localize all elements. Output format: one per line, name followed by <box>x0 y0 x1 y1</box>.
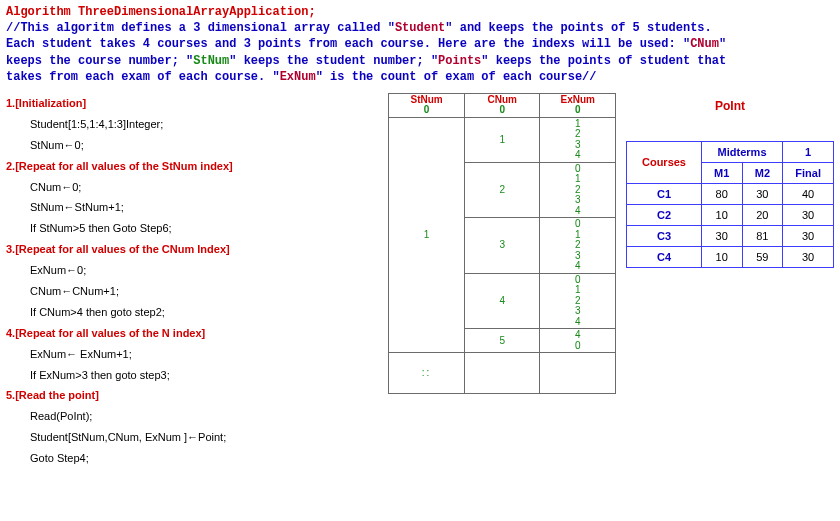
point-val: 30 <box>701 225 742 246</box>
trace-exnum-cell: 4 0 <box>540 329 616 353</box>
point-val: 30 <box>783 225 834 246</box>
point-val: 59 <box>742 246 783 267</box>
step-5-line: Read(PoInt); <box>30 406 382 427</box>
step-5-line: Student[StNum,CNum, ExNum ]←Point; <box>30 427 382 448</box>
trace-exnum-cell: 1 2 3 4 <box>540 117 616 162</box>
step-2-label: 2.[Repeat for all values of the StNum in… <box>6 156 382 177</box>
point-row: C1 80 30 40 <box>627 183 834 204</box>
kw-cnum: CNum <box>690 37 719 51</box>
point-course: C3 <box>627 225 702 246</box>
comment-text: " <box>719 37 726 51</box>
step-5-label: 5.[Read the point] <box>6 385 382 406</box>
point-course: C1 <box>627 183 702 204</box>
step-3-line: If CNum>4 then goto step2; <box>30 302 382 323</box>
step-1-label: 1.[Initialization] <box>6 93 382 114</box>
trace-column: StNum0 CNum0 ExNum0 1 1 1 2 3 4 <box>388 93 616 395</box>
step-1-line: StNum←0; <box>30 135 382 156</box>
point-val: 40 <box>783 183 834 204</box>
step-5-line: Goto Step4; <box>30 448 382 469</box>
trace-ex-val: 4 <box>575 150 581 161</box>
trace-ex-val: 4 <box>575 206 581 217</box>
step-2-line: CNum←0; <box>30 177 382 198</box>
point-title: PoInt <box>626 99 834 113</box>
step-2-line: If StNum>5 then Goto Step6; <box>30 218 382 239</box>
point-val: 81 <box>742 225 783 246</box>
point-val: 30 <box>742 183 783 204</box>
kw-stnum: StNum <box>193 54 229 68</box>
trace-ex-val: 4 <box>575 261 581 272</box>
step-4-label: 4.[Repeat for all values of the N index] <box>6 323 382 344</box>
comment-text: " and keeps the points of 5 students. <box>445 21 711 35</box>
point-val: 20 <box>742 204 783 225</box>
trace-exnum-cell: 0 1 2 3 4 <box>540 273 616 329</box>
step-2-line: StNum←StNum+1; <box>30 197 382 218</box>
point-val: 10 <box>701 204 742 225</box>
point-table: Courses Midterms 1 M1 M2 Final C1 80 30 … <box>626 141 834 268</box>
point-val: 30 <box>783 204 834 225</box>
kw-points: Points <box>438 54 481 68</box>
algorithm-header: Algorithm ThreeDimensionalArrayApplicati… <box>0 0 840 87</box>
trace-head-exnum: ExNum0 <box>540 93 616 117</box>
kw-student: Student <box>395 21 445 35</box>
step-3-label: 3.[Repeat for all values of the CNum Ind… <box>6 239 382 260</box>
trace-stnum-cell: 1 <box>389 117 465 353</box>
step-1-line: Student[1:5,1:4,1:3]Integer; <box>30 114 382 135</box>
trace-exnum-cell: 0 1 2 3 4 <box>540 218 616 274</box>
trace-cnum-cell: 2 <box>464 162 540 218</box>
point-row: C3 30 81 30 <box>627 225 834 246</box>
step-3-line: CNum←CNum+1; <box>30 281 382 302</box>
trace-cnum-cell: 1 <box>464 117 540 162</box>
trace-head-stnum: StNum0 <box>389 93 465 117</box>
trace-cnum-cell: 3 <box>464 218 540 274</box>
point-column: PoInt Courses Midterms 1 M1 M2 Final C1 … <box>626 93 834 268</box>
trace-table: StNum0 CNum0 ExNum0 1 1 1 2 3 4 <box>388 93 616 395</box>
point-head-m1: M1 <box>701 162 742 183</box>
steps-column: 1.[Initialization] Student[1:5,1:4,1:3]I… <box>6 93 382 469</box>
point-val: 80 <box>701 183 742 204</box>
comment-text: " keeps the points of student that <box>481 54 726 68</box>
trace-cnum-cell: 5 <box>464 329 540 353</box>
trace-ex-val: 4 <box>575 317 581 328</box>
comment-text: keeps the course number; " <box>6 54 193 68</box>
point-head-courses: Courses <box>627 141 702 183</box>
kw-exnum: ExNum <box>280 70 316 84</box>
comment-text: " keeps the student number; " <box>229 54 438 68</box>
algorithm-title: Algorithm ThreeDimensionalArrayApplicati… <box>6 4 834 20</box>
point-head-m2: M2 <box>742 162 783 183</box>
trace-dots: :: <box>389 353 465 394</box>
point-row: C2 10 20 30 <box>627 204 834 225</box>
comment-text: takes from each exam of each course. " <box>6 70 280 84</box>
point-val: 10 <box>701 246 742 267</box>
trace-exnum-cell: 0 1 2 3 4 <box>540 162 616 218</box>
comment-text: " is the count of exam of each course// <box>316 70 597 84</box>
comment-text: Each student takes 4 courses and 3 point… <box>6 37 690 51</box>
comment-text: //This algoritm defines a 3 dimensional … <box>6 21 395 35</box>
point-val: 30 <box>783 246 834 267</box>
trace-ex-val: 0 <box>575 341 581 352</box>
point-head-midterms: Midterms <box>701 141 782 162</box>
point-row: C4 10 59 30 <box>627 246 834 267</box>
trace-empty <box>540 353 616 394</box>
trace-cnum-cell: 4 <box>464 273 540 329</box>
step-3-line: ExNum←0; <box>30 260 382 281</box>
point-course: C2 <box>627 204 702 225</box>
trace-empty <box>464 353 540 394</box>
point-head-final: Final <box>783 162 834 183</box>
step-4-line: ExNum← ExNum+1; <box>30 344 382 365</box>
point-course: C4 <box>627 246 702 267</box>
step-4-line: If ExNum>3 then goto step3; <box>30 365 382 386</box>
point-head-one: 1 <box>783 141 834 162</box>
trace-head-cnum: CNum0 <box>464 93 540 117</box>
algorithm-comment: //This algoritm defines a 3 dimensional … <box>6 20 834 85</box>
